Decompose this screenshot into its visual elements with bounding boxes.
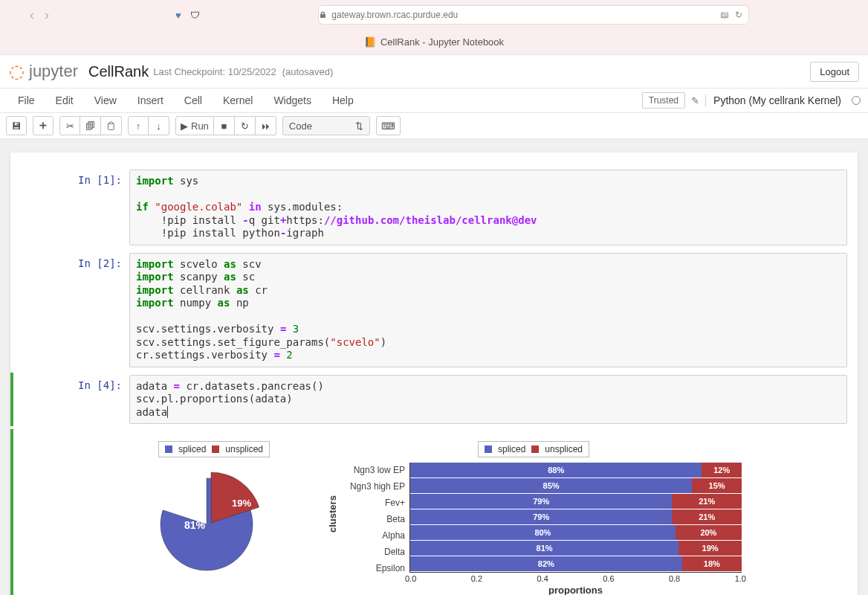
nav-back-icon[interactable]: ‹ — [30, 7, 34, 23]
chevron-updown-icon: ⇅ — [355, 120, 363, 132]
cell-input[interactable]: import sys if "google.colab" in sys.modu… — [129, 170, 847, 245]
cell-output: spliced unspliced 81% 19% — [10, 429, 858, 595]
menu-help[interactable]: Help — [322, 94, 364, 106]
bar-xlabel: proportions — [409, 585, 742, 595]
notebook-page: In [1]: import sys if "google.colab" in … — [10, 152, 858, 595]
paste-button[interactable]: 📋︎ — [101, 116, 122, 135]
toolbar: 💾︎ ➕︎ ✂︎ 🗐︎ 📋︎ ↑ ↓ ▶ Run ■ ↻ ⏩︎ Code⇅ ⌨︎ — [0, 113, 868, 139]
move-down-button[interactable]: ↓ — [149, 116, 169, 135]
lock-icon: 🔒︎ — [319, 10, 327, 19]
copy-button[interactable]: 🗐︎ — [80, 116, 101, 135]
legend-swatch-unspliced — [531, 446, 539, 453]
edit-icon[interactable]: ✎ — [691, 95, 699, 106]
logout-button[interactable]: Logout — [810, 62, 859, 82]
menu-widgets[interactable]: Widgets — [263, 94, 322, 106]
cell-prompt: In [1]: — [10, 170, 129, 245]
svg-text:81%: 81% — [184, 519, 206, 531]
restart-run-all-button[interactable]: ⏩︎ — [256, 116, 276, 135]
menu-file[interactable]: File — [7, 94, 45, 106]
restart-button[interactable]: ↻ — [235, 116, 256, 135]
pie-chart: spliced unspliced 81% 19% — [132, 441, 296, 595]
menubar: File Edit View Insert Cell Kernel Widget… — [0, 88, 868, 113]
command-palette-button[interactable]: ⌨︎ — [376, 116, 401, 135]
cell-type-select[interactable]: Code⇅ — [282, 116, 370, 135]
address-bar[interactable]: 🔒︎ gateway.brown.rcac.purdue.edu 📖︎ ↻ — [318, 5, 749, 25]
bar-chart: spliced unspliced clusters Ngn3 low EP N… — [326, 441, 742, 595]
pie-legend: spliced unspliced — [158, 441, 270, 457]
bar-row: 80%20% — [410, 525, 742, 540]
cell-prompt: In [4]: — [13, 375, 129, 425]
menu-insert[interactable]: Insert — [127, 94, 174, 106]
bar-row: 85%15% — [410, 478, 742, 493]
url-text: gateway.brown.rcac.purdue.edu — [331, 10, 458, 20]
jupyter-header: ◌ jupyter CellRank Last Checkpoint: 10/2… — [0, 55, 868, 88]
bar-row: 81%19% — [410, 541, 742, 556]
kernel-indicator-icon — [852, 96, 861, 105]
bar-plot-area: 88%12%85%15%79%21%79%21%80%20%81%19%82%1… — [409, 463, 742, 573]
browser-tab[interactable]: 📙 CellRank - Jupyter Notebook — [0, 30, 868, 55]
move-up-button[interactable]: ↑ — [128, 116, 149, 135]
reader-icon[interactable]: 📖︎ — [720, 10, 729, 20]
cut-button[interactable]: ✂︎ — [59, 116, 80, 135]
tab-title: CellRank - Jupyter Notebook — [380, 36, 504, 48]
jupyter-logo-icon: ◌ — [9, 61, 25, 82]
code-cell-2[interactable]: In [2]: import scvelo as scv import scan… — [10, 251, 858, 370]
nav-forward-icon[interactable]: › — [45, 7, 49, 23]
bar-row: 88%12% — [410, 463, 742, 477]
code-cell-4[interactable]: In [4]: adata = cr.datasets.pancreas() s… — [10, 373, 858, 427]
legend-swatch-unspliced — [212, 446, 219, 453]
menu-cell[interactable]: Cell — [174, 94, 213, 106]
bar-ylabel: clusters — [326, 462, 338, 595]
bar-legend: spliced unspliced — [478, 441, 589, 457]
kernel-name[interactable]: Python (My cellrank Kernel) — [705, 94, 841, 106]
menu-kernel[interactable]: Kernel — [213, 94, 263, 106]
insert-cell-button[interactable]: ➕︎ — [33, 116, 54, 135]
pie-svg: 81% 19% — [147, 457, 281, 576]
run-button[interactable]: ▶ Run — [175, 116, 214, 135]
bar-xticks: 0.0 0.2 0.4 0.6 0.8 1.0 — [405, 573, 746, 583]
cell-input[interactable]: adata = cr.datasets.pancreas() scv.pl.pr… — [129, 375, 847, 425]
cell-prompt: In [2]: — [10, 253, 129, 367]
menu-view[interactable]: View — [84, 94, 127, 106]
notebook-favicon-icon: 📙 — [364, 36, 376, 48]
autosaved-text: (autosaved) — [282, 66, 334, 77]
cell-input[interactable]: import scvelo as scv import scanpy as sc… — [129, 253, 847, 367]
pocket-icon[interactable]: ♥︎ — [175, 10, 181, 21]
menu-edit[interactable]: Edit — [45, 94, 84, 106]
browser-toolbar: ‹ › ♥︎ 🛡︎ 🔒︎ gateway.brown.rcac.purdue.e… — [0, 0, 868, 30]
notebook-container: In [1]: import sys if "google.colab" in … — [0, 139, 868, 595]
save-button[interactable]: 💾︎ — [6, 116, 27, 135]
jupyter-logo[interactable]: ◌ jupyter — [9, 61, 78, 82]
bar-row: 82%18% — [410, 556, 742, 571]
code-cell-1[interactable]: In [1]: import sys if "google.colab" in … — [10, 167, 858, 248]
shield-icon[interactable]: 🛡︎ — [190, 10, 200, 21]
bar-row: 79%21% — [410, 494, 742, 509]
interrupt-button[interactable]: ■ — [214, 116, 235, 135]
bar-row: 79%21% — [410, 509, 742, 524]
legend-swatch-spliced — [485, 446, 492, 453]
svg-text:19%: 19% — [232, 498, 251, 509]
bar-categories: Ngn3 low EP Ngn3 high EP Fev+ Beta Alpha… — [338, 462, 409, 595]
legend-swatch-spliced — [165, 446, 172, 453]
reload-icon[interactable]: ↻ — [735, 10, 742, 20]
checkpoint-text: Last Checkpoint: 10/25/2022 — [153, 66, 276, 77]
notebook-name[interactable]: CellRank — [88, 63, 149, 80]
trusted-badge[interactable]: Trusted — [642, 92, 685, 109]
